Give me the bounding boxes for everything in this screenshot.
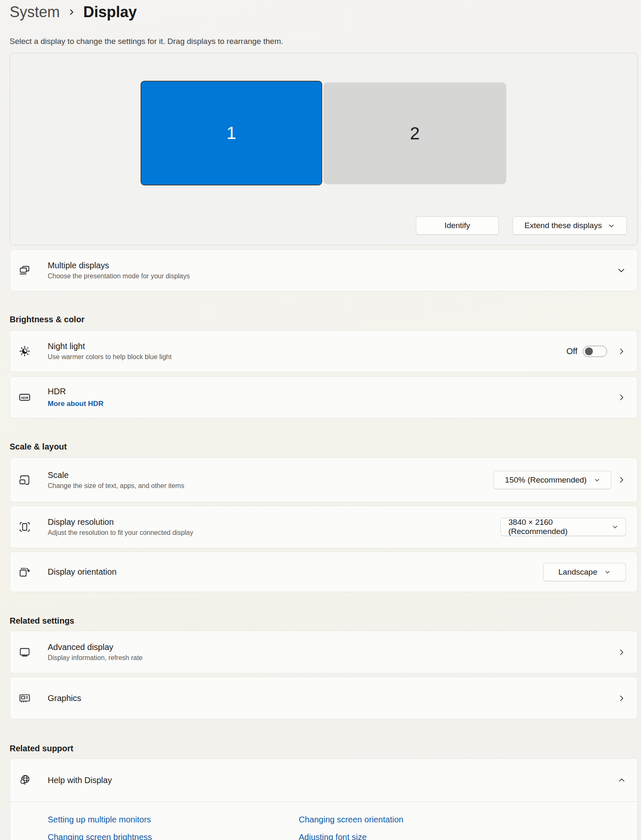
resolution-value: 3840 × 2160 (Recommended) <box>508 518 605 536</box>
chevron-right-icon <box>618 476 626 484</box>
display-mode-dropdown[interactable]: Extend these displays <box>513 216 627 235</box>
chevron-right-icon <box>618 694 626 702</box>
scale-row[interactable]: Scale Change the size of text, apps, and… <box>10 457 638 502</box>
svg-text:HDR: HDR <box>21 396 28 400</box>
display-resolution-row: Display resolution Adjust the resolution… <box>10 506 638 548</box>
night-light-toggle[interactable] <box>583 346 607 357</box>
rotate-screen-icon <box>17 565 32 580</box>
chevron-right-icon <box>618 648 626 656</box>
section-scale-layout: Scale & layout <box>10 442 638 452</box>
help-link-multiple-monitors[interactable]: Setting up multiple monitors <box>48 815 299 825</box>
identify-button-label: Identify <box>444 221 470 230</box>
section-related-settings: Related settings <box>10 616 638 626</box>
resolution-dropdown[interactable]: 3840 × 2160 (Recommended) <box>500 518 626 536</box>
scale-title: Scale <box>48 470 184 480</box>
hdr-row[interactable]: HDR HDR More about HDR <box>10 376 638 418</box>
identify-button[interactable]: Identify <box>416 216 499 235</box>
dual-monitors-icon <box>17 263 32 278</box>
hdr-more-link[interactable]: More about HDR <box>48 400 103 408</box>
settings-page: System Display Select a display to chang… <box>10 0 638 840</box>
night-light-title: Night light <box>48 342 172 351</box>
toggle-knob <box>585 347 593 355</box>
night-light-subtitle: Use warmer colors to help block blue lig… <box>48 353 172 361</box>
graphics-row[interactable]: Graphics <box>10 677 638 719</box>
multiple-displays-row[interactable]: Multiple displays Choose the presentatio… <box>10 249 638 291</box>
monitor-2-number: 2 <box>410 123 420 144</box>
scale-dropdown[interactable]: 150% (Recommended) <box>494 471 611 489</box>
monitor-1-number: 1 <box>226 123 236 143</box>
help-title: Help with Display <box>48 776 112 785</box>
display-arrangement-panel: 1 2 Identify Extend these displays <box>10 53 638 245</box>
night-light-state-label: Off <box>567 347 577 356</box>
display-orientation-title: Display orientation <box>48 567 117 577</box>
help-link-screen-brightness[interactable]: Changing screen brightness <box>48 832 299 840</box>
orientation-value: Landscape <box>559 568 597 577</box>
monitor-1[interactable]: 1 <box>141 81 322 185</box>
gpu-card-icon <box>17 691 32 706</box>
chevron-right-icon <box>67 8 76 16</box>
chevron-down-icon <box>612 524 618 530</box>
chevron-right-icon <box>618 393 626 401</box>
help-links: Setting up multiple monitors Changing sc… <box>10 802 637 840</box>
sun-crescent-icon <box>17 344 32 359</box>
intro-text: Select a display to change the settings … <box>10 37 638 46</box>
scale-resize-icon <box>17 473 32 488</box>
advanced-display-subtitle: Display information, refresh rate <box>48 654 143 662</box>
hdr-badge-icon: HDR <box>17 390 32 405</box>
hdr-title: HDR <box>48 387 103 396</box>
display-resolution-subtitle: Adjust the resolution to fit your connec… <box>48 529 193 537</box>
scale-subtitle: Change the size of text, apps, and other… <box>48 482 184 490</box>
resolution-brackets-icon <box>17 519 32 534</box>
chevron-down-icon <box>594 477 600 483</box>
display-resolution-title: Display resolution <box>48 517 193 527</box>
help-card: Help with Display Setting up multiple mo… <box>10 758 638 840</box>
orientation-dropdown[interactable]: Landscape <box>543 563 626 581</box>
chevron-down-icon <box>608 223 615 229</box>
display-orientation-row: Display orientation Landscape <box>10 552 638 592</box>
advanced-display-title: Advanced display <box>48 642 143 652</box>
globe-search-icon <box>17 773 32 788</box>
display-mode-value: Extend these displays <box>525 221 602 230</box>
page-title: Display <box>83 3 137 21</box>
chevron-right-icon <box>618 347 626 355</box>
monitor-2[interactable]: 2 <box>323 82 506 184</box>
section-related-support: Related support <box>10 744 638 753</box>
help-link-font-size[interactable]: Adjusting font size <box>299 832 637 840</box>
multiple-displays-title: Multiple displays <box>48 261 190 270</box>
chevron-down-icon <box>605 569 610 575</box>
monitor-icon <box>17 645 32 660</box>
chevron-up-icon <box>618 776 626 784</box>
help-with-display-row[interactable]: Help with Display <box>10 759 637 801</box>
scale-value: 150% (Recommended) <box>505 475 587 485</box>
section-brightness-color: Brightness & color <box>10 315 638 324</box>
graphics-title: Graphics <box>48 694 81 703</box>
night-light-row[interactable]: Night light Use warmer colors to help bl… <box>10 330 638 372</box>
help-link-screen-orientation[interactable]: Changing screen orientation <box>299 815 637 825</box>
breadcrumb: System Display <box>10 0 638 21</box>
chevron-down-icon <box>617 266 626 275</box>
multiple-displays-subtitle: Choose the presentation mode for your di… <box>48 272 190 280</box>
breadcrumb-system[interactable]: System <box>10 3 60 21</box>
advanced-display-row[interactable]: Advanced display Display information, re… <box>10 631 638 673</box>
